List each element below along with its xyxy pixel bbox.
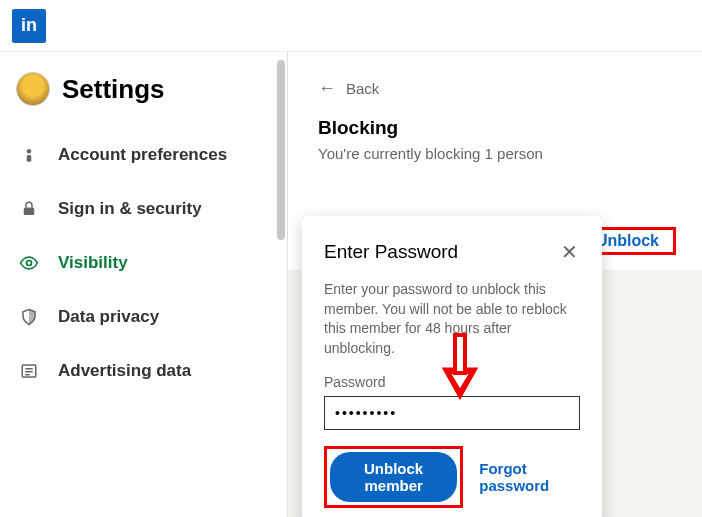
svg-rect-2 [24, 208, 35, 216]
linkedin-logo[interactable]: in [12, 9, 46, 43]
content-header: ← Back Blocking You're currently blockin… [288, 52, 702, 212]
password-input[interactable] [324, 396, 580, 430]
arrow-left-icon: ← [318, 78, 336, 99]
sidebar-item-data-privacy[interactable]: Data privacy [12, 290, 271, 344]
person-icon [18, 144, 40, 166]
sidebar-item-sign-in-security[interactable]: Sign in & security [12, 182, 271, 236]
password-label: Password [324, 374, 580, 390]
sidebar-item-account-preferences[interactable]: Account preferences [12, 128, 271, 182]
sidebar: Settings Account preferences Sign in & s… [0, 52, 288, 517]
lock-icon [18, 198, 40, 220]
sidebar-item-label: Data privacy [58, 307, 159, 327]
svg-point-0 [27, 149, 32, 154]
sidebar-item-visibility[interactable]: Visibility [12, 236, 271, 290]
modal-footer: Unblock member Forgot password [324, 446, 580, 508]
annotation-highlight: Unblock member [324, 446, 463, 508]
svg-rect-1 [27, 155, 32, 162]
sidebar-item-label: Advertising data [58, 361, 191, 381]
modal-description: Enter your password to unblock this memb… [324, 280, 580, 358]
unblock-member-button[interactable]: Unblock member [330, 452, 457, 502]
section-title: Blocking [318, 117, 676, 139]
sidebar-item-label: Account preferences [58, 145, 227, 165]
scrollbar[interactable] [277, 60, 285, 240]
modal-header: Enter Password ✕ [324, 238, 580, 266]
top-bar: in [0, 0, 702, 52]
back-button[interactable]: ← Back [318, 78, 676, 99]
svg-point-3 [27, 261, 32, 266]
forgot-password-link[interactable]: Forgot password [479, 460, 580, 494]
sidebar-item-label: Visibility [58, 253, 128, 273]
newspaper-icon [18, 360, 40, 382]
shield-icon [18, 306, 40, 328]
sidebar-item-label: Sign in & security [58, 199, 202, 219]
section-subtitle: You're currently blocking 1 person [318, 145, 676, 162]
eye-icon [18, 252, 40, 274]
close-icon[interactable]: ✕ [559, 238, 580, 266]
sidebar-item-advertising-data[interactable]: Advertising data [12, 344, 271, 398]
page-title: Settings [62, 74, 165, 105]
back-label: Back [346, 80, 379, 97]
avatar[interactable] [16, 72, 50, 106]
modal-title: Enter Password [324, 241, 458, 263]
enter-password-modal: Enter Password ✕ Enter your password to … [302, 216, 602, 517]
profile-row: Settings [12, 72, 271, 106]
